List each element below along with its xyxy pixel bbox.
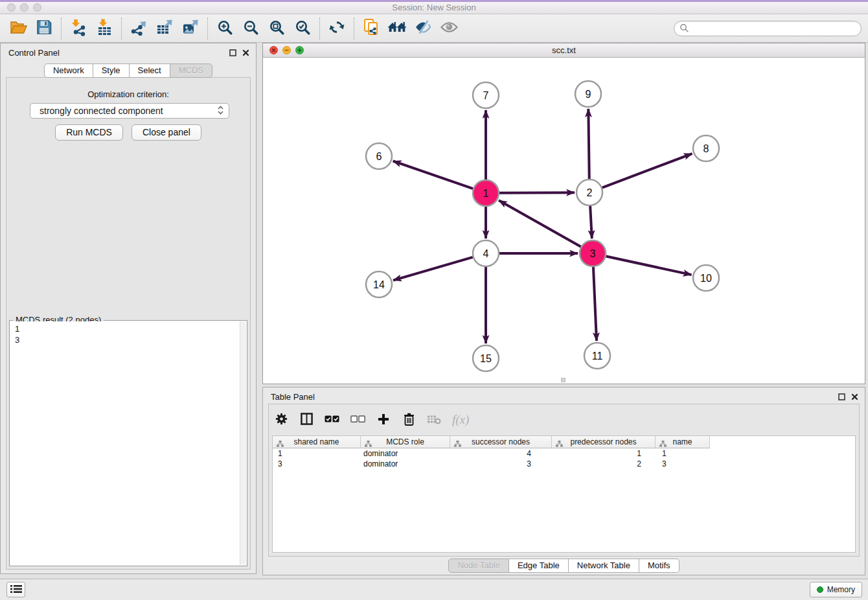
column-header-successor-nodes[interactable]: successor nodes bbox=[450, 436, 552, 448]
column-header-MCDS-role[interactable]: MCDS role bbox=[361, 436, 450, 448]
graph-node-11[interactable]: 11 bbox=[584, 343, 610, 369]
control-tab-network[interactable]: Network bbox=[44, 63, 93, 78]
delete-column-button[interactable] bbox=[402, 413, 416, 428]
show-all-button[interactable] bbox=[436, 16, 462, 41]
result-scrollbar[interactable] bbox=[240, 321, 246, 565]
column-header-name[interactable]: name bbox=[656, 436, 710, 448]
sort-hierarchy-icon bbox=[556, 439, 563, 450]
column-header-predecessor-nodes[interactable]: predecessor nodes bbox=[552, 436, 656, 448]
table-tab-edge-table[interactable]: Edge Table bbox=[509, 559, 569, 573]
control-tab-select[interactable]: Select bbox=[130, 63, 170, 78]
export-image-button[interactable] bbox=[177, 16, 203, 41]
table-cell[interactable]: 2 bbox=[552, 459, 656, 469]
zoom-fit-button[interactable] bbox=[264, 16, 290, 41]
graph-node-4[interactable]: 4 bbox=[473, 240, 499, 266]
node-table-container: f(x) shared nameMCDS rolesuccessor nodes… bbox=[268, 404, 860, 557]
table-cell[interactable]: 1 bbox=[273, 448, 361, 459]
graph-edge-3-10[interactable] bbox=[606, 256, 692, 275]
export-network-button[interactable] bbox=[126, 16, 152, 41]
table-row[interactable]: 3dominator323 bbox=[273, 459, 855, 469]
import-table-icon bbox=[97, 19, 113, 38]
close-panel-button[interactable]: Close panel bbox=[131, 124, 201, 141]
export-table-button[interactable] bbox=[152, 16, 177, 41]
deselect-all-button[interactable] bbox=[350, 415, 365, 425]
plus-icon bbox=[378, 413, 389, 427]
close-panel-icon[interactable] bbox=[242, 49, 249, 58]
control-tab-mcds[interactable]: MCDS bbox=[170, 63, 212, 78]
svg-text:6: 6 bbox=[376, 151, 382, 162]
graph-node-7[interactable]: 7 bbox=[473, 82, 499, 108]
table-tab-node-table[interactable]: Node Table bbox=[448, 559, 509, 573]
graph-edge-2-9[interactable] bbox=[588, 109, 589, 179]
graph-node-6[interactable]: 6 bbox=[366, 143, 392, 169]
hide-eye-icon bbox=[415, 19, 431, 37]
graph-node-3[interactable]: 3 bbox=[580, 240, 606, 266]
zoom-selected-button[interactable] bbox=[290, 16, 315, 41]
graph-node-1[interactable]: 1 bbox=[473, 180, 499, 206]
table-cell[interactable]: 3 bbox=[656, 459, 710, 469]
graph-edge-4-14[interactable] bbox=[393, 257, 473, 281]
table-tab-network-table[interactable]: Network Table bbox=[569, 559, 639, 573]
graph-node-15[interactable]: 15 bbox=[473, 345, 499, 371]
float-panel-icon[interactable] bbox=[229, 49, 236, 58]
mcds-tab-content: Optimization criterion: strongly connect… bbox=[6, 77, 251, 570]
new-network-from-selection-button[interactable] bbox=[358, 16, 384, 41]
search-input[interactable] bbox=[692, 24, 856, 34]
hide-selected-button[interactable] bbox=[410, 16, 436, 41]
delete-table-button[interactable] bbox=[427, 414, 441, 426]
canvas-resize-handle[interactable] bbox=[561, 378, 565, 382]
first-neighbors-button[interactable] bbox=[384, 16, 410, 41]
table-cell[interactable]: 3 bbox=[273, 459, 361, 469]
toolbar-separator bbox=[207, 17, 208, 40]
memory-button[interactable]: Memory bbox=[810, 582, 862, 597]
show-column-button[interactable] bbox=[299, 413, 314, 427]
table-tab-motifs[interactable]: Motifs bbox=[639, 559, 680, 573]
table-cell[interactable]: dominator bbox=[361, 459, 450, 469]
graph-edge-1-2[interactable] bbox=[499, 192, 575, 193]
mcds-result-item[interactable]: 3 bbox=[15, 334, 235, 345]
create-column-button[interactable] bbox=[376, 413, 391, 427]
graph-edge-2-3[interactable] bbox=[590, 206, 592, 238]
table-settings-button[interactable] bbox=[274, 413, 288, 427]
function-builder-button[interactable]: f(x) bbox=[452, 413, 469, 427]
import-table-button[interactable] bbox=[91, 16, 117, 41]
network-window-titlebar[interactable]: scc.txt bbox=[263, 43, 865, 58]
float-panel-icon[interactable] bbox=[838, 393, 845, 402]
close-panel-icon[interactable] bbox=[851, 393, 858, 402]
mcds-result-list[interactable]: 13 bbox=[10, 321, 240, 565]
column-header-label: successor nodes bbox=[472, 437, 530, 446]
graph-edge-2-8[interactable] bbox=[602, 154, 692, 187]
window-titlebar: Session: New Session bbox=[0, 0, 868, 14]
graph-node-14[interactable]: 14 bbox=[366, 271, 392, 297]
zoom-out-button[interactable] bbox=[238, 16, 264, 41]
import-network-button[interactable] bbox=[65, 16, 91, 41]
graph-node-10[interactable]: 10 bbox=[693, 265, 719, 291]
zoom-in-button[interactable] bbox=[212, 16, 238, 41]
graph-edge-1-6[interactable] bbox=[393, 161, 473, 189]
open-session-button[interactable] bbox=[5, 16, 31, 41]
mcds-result-item[interactable]: 1 bbox=[15, 323, 235, 334]
table-cell[interactable]: 3 bbox=[450, 459, 552, 469]
mcds-result-box: MCDS result (2 nodes) 13 bbox=[9, 320, 247, 566]
table-row[interactable]: 1dominator411 bbox=[273, 448, 855, 459]
control-tab-style[interactable]: Style bbox=[93, 63, 130, 78]
table-cell[interactable]: dominator bbox=[361, 448, 450, 459]
select-all-button[interactable] bbox=[325, 415, 339, 425]
run-mcds-button[interactable]: Run MCDS bbox=[55, 124, 123, 141]
table-cell[interactable]: 4 bbox=[450, 448, 552, 459]
table-cell[interactable]: 1 bbox=[552, 448, 656, 459]
optimization-criterion-label: Optimization criterion: bbox=[6, 89, 250, 99]
optimization-criterion-dropdown[interactable]: strongly connected component bbox=[30, 103, 229, 119]
save-session-button[interactable] bbox=[31, 16, 57, 41]
graph-node-9[interactable]: 9 bbox=[575, 81, 601, 107]
column-header-shared-name[interactable]: shared name bbox=[273, 436, 361, 448]
task-history-button[interactable] bbox=[6, 582, 25, 597]
graph-node-2[interactable]: 2 bbox=[577, 179, 602, 205]
graph-edge-3-1[interactable] bbox=[499, 200, 581, 246]
open-folder-icon bbox=[10, 19, 27, 37]
refresh-icon bbox=[328, 19, 345, 38]
graph-node-8[interactable]: 8 bbox=[693, 135, 719, 161]
network-canvas[interactable]: 7968124314101511 bbox=[263, 58, 865, 384]
apply-layout-button[interactable] bbox=[324, 16, 350, 41]
graph-edge-3-11[interactable] bbox=[593, 267, 597, 341]
